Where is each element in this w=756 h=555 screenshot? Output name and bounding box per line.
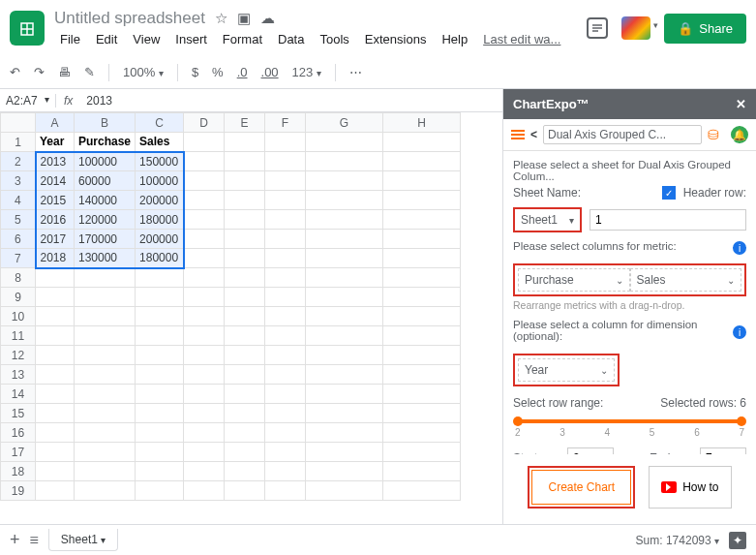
close-icon[interactable]: ✕ — [736, 97, 746, 111]
panel-title: ChartExpo™ — [513, 97, 590, 111]
cell[interactable]: 200000 — [136, 191, 184, 210]
menu-file[interactable]: File — [54, 30, 86, 48]
create-chart-button[interactable]: Create Chart — [531, 470, 631, 505]
cell[interactable]: 2016 — [36, 210, 75, 230]
database-icon[interactable]: ⛁ — [708, 127, 719, 142]
cell[interactable]: 100000 — [75, 152, 136, 171]
rearrange-hint: Rearrange metrics with a drag-n-drop. — [513, 299, 746, 311]
headerrow-label: Header row: — [683, 186, 746, 200]
back-icon[interactable]: < — [530, 128, 537, 141]
metrics-container: Purchase⌄ Sales⌄ — [513, 263, 746, 296]
share-button[interactable]: 🔒 Share — [664, 14, 746, 44]
percent-btn[interactable]: % — [212, 65, 224, 79]
chart-type-name[interactable]: Dual Axis Grouped C... — [543, 125, 702, 144]
lock-icon: 🔒 — [678, 21, 693, 36]
cell[interactable]: 180000 — [136, 210, 184, 230]
headerrow-checkbox[interactable]: ✓ — [662, 186, 676, 200]
numfmt-btn[interactable]: 123 ▾ — [292, 65, 321, 79]
menu-edit[interactable]: Edit — [90, 30, 123, 48]
sum-display[interactable]: Sum: 1742093 ▾ — [636, 534, 719, 547]
dimension-label: Please select a column for dimension (op… — [513, 319, 725, 342]
fx-label: fx — [56, 94, 80, 108]
move-icon[interactable]: ▣ — [237, 10, 251, 27]
info-icon[interactable]: i — [733, 325, 746, 339]
menu-data[interactable]: Data — [272, 30, 310, 48]
cell[interactable]: Sales — [136, 133, 184, 152]
selected-rows: Selected rows: 6 — [660, 396, 746, 410]
more-toolbar[interactable]: ⋯ — [349, 65, 362, 79]
star-icon[interactable]: ☆ — [215, 10, 227, 27]
menu-view[interactable]: View — [127, 30, 166, 48]
cell[interactable]: 100000 — [136, 171, 184, 191]
cloud-icon[interactable]: ☁ — [260, 10, 275, 27]
headerrow-input[interactable] — [590, 209, 746, 231]
menu-help[interactable]: Help — [436, 30, 473, 48]
sheet-select[interactable]: Sheet1▾ — [513, 207, 582, 232]
cell[interactable]: 130000 — [75, 249, 136, 268]
col-header-E[interactable]: E — [225, 113, 265, 133]
info-icon[interactable]: i — [733, 241, 746, 255]
menu-insert[interactable]: Insert — [169, 30, 213, 48]
cell[interactable]: 140000 — [75, 191, 136, 210]
name-box[interactable]: A2:A7 ▾ — [0, 94, 56, 108]
col-header-G[interactable]: G — [306, 113, 383, 133]
explore-icon[interactable]: ✦ — [729, 532, 746, 549]
formula-input[interactable]: 2013 — [80, 94, 118, 108]
print-icon[interactable]: 🖶 — [58, 65, 71, 79]
cell[interactable]: Purchase — [75, 133, 136, 152]
menu-tools[interactable]: Tools — [314, 30, 354, 48]
cell[interactable]: 2013 — [36, 152, 75, 171]
cell[interactable]: 200000 — [136, 230, 184, 249]
cell[interactable]: Year — [36, 133, 75, 152]
cell[interactable]: 60000 — [75, 171, 136, 191]
cell[interactable]: 2014 — [36, 171, 75, 191]
all-sheets-button[interactable]: ≡ — [30, 532, 39, 549]
cell[interactable]: 150000 — [136, 152, 184, 171]
meet-icon[interactable] — [621, 16, 650, 40]
zoom-select[interactable]: 100% ▾ — [123, 65, 164, 79]
howto-button[interactable]: How to — [649, 466, 731, 509]
cell[interactable]: 2015 — [36, 191, 75, 210]
cell[interactable]: 120000 — [75, 210, 136, 230]
menubar: File Edit View Insert Format Data Tools … — [54, 30, 587, 48]
dec-decrease[interactable]: .0 — [237, 65, 248, 79]
col-header-H[interactable]: H — [383, 113, 461, 133]
sheet-tab[interactable]: Sheet1 ▾ — [48, 529, 118, 551]
menu-icon[interactable] — [511, 128, 525, 141]
metric2-select[interactable]: Sales⌄ — [630, 268, 742, 292]
col-header-B[interactable]: B — [75, 113, 136, 133]
doc-title[interactable]: Untitled spreadsheet — [54, 9, 205, 28]
col-header-C[interactable]: C — [136, 113, 184, 133]
slider-ticks: 234567 — [513, 427, 746, 438]
intro-text: Please select a sheet for Dual Axis Grou… — [513, 159, 746, 182]
last-edit[interactable]: Last edit wa... — [477, 30, 566, 48]
dimension-select[interactable]: Year⌄ — [518, 358, 615, 382]
chartexpo-panel: ChartExpo™ ✕ < Dual Axis Grouped C... ⛁ … — [502, 89, 756, 524]
startrow-input[interactable] — [567, 447, 614, 454]
cell[interactable]: 170000 — [75, 230, 136, 249]
youtube-icon — [661, 481, 677, 493]
spreadsheet-grid[interactable]: A B C D E F G H 1 Year Purchase Sales 2 … — [0, 112, 461, 501]
currency-btn[interactable]: $ — [192, 65, 198, 79]
dec-increase[interactable]: .00 — [261, 65, 279, 79]
comments-icon[interactable] — [587, 17, 608, 39]
sheetname-label: Sheet Name: — [513, 186, 654, 200]
col-header-F[interactable]: F — [265, 113, 306, 133]
metric1-select[interactable]: Purchase⌄ — [518, 268, 630, 292]
row-range-slider[interactable] — [517, 419, 742, 423]
undo-icon[interactable]: ↶ — [10, 65, 20, 79]
menu-format[interactable]: Format — [217, 30, 268, 48]
cell[interactable]: 2017 — [36, 230, 75, 249]
paint-icon[interactable]: ✎ — [84, 65, 95, 79]
toolbar: ↶ ↷ 🖶 ✎ 100% ▾ $ % .0 .00 123 ▾ ⋯ — [0, 56, 756, 89]
cell[interactable]: 2018 — [36, 249, 75, 268]
redo-icon[interactable]: ↷ — [34, 65, 45, 79]
add-sheet-button[interactable]: + — [10, 530, 20, 550]
menu-extensions[interactable]: Extensions — [359, 30, 433, 48]
range-label: Select row range: — [513, 396, 603, 410]
sheets-logo[interactable] — [10, 11, 45, 46]
cell[interactable]: 180000 — [136, 249, 184, 268]
col-header-A[interactable]: A — [36, 113, 75, 133]
endrow-input[interactable] — [700, 447, 746, 454]
col-header-D[interactable]: D — [184, 113, 225, 133]
